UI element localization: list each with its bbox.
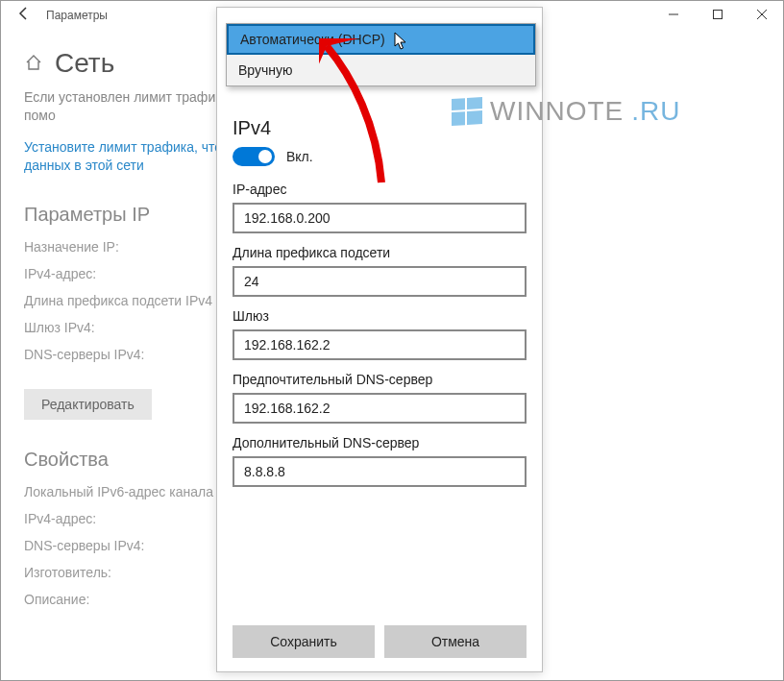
dns1-input[interactable] — [233, 393, 527, 424]
window-title: Параметры — [46, 9, 108, 22]
back-button[interactable] — [10, 6, 38, 25]
watermark: WINNOTE.RU — [452, 96, 680, 127]
maximize-button[interactable] — [696, 0, 740, 29]
gateway-input[interactable] — [233, 329, 527, 360]
watermark-text-1: WINNOTE — [490, 96, 624, 127]
label-gateway: Шлюз — [233, 308, 527, 324]
svg-rect-1 — [714, 11, 723, 19]
label-dns2: Дополнительный DNS-сервер — [233, 435, 527, 450]
ipv4-toggle[interactable] — [233, 147, 275, 166]
label-prefix: Длина префикса подсети — [233, 245, 527, 260]
watermark-text-2: .RU — [631, 96, 680, 127]
home-icon — [24, 53, 43, 75]
dropdown-option-auto[interactable]: Автоматически (DHCP) — [227, 24, 535, 55]
label-dns1: Предпочтительный DNS-сервер — [233, 372, 527, 387]
label-ip: IP-адрес — [233, 182, 527, 197]
ip-mode-dropdown[interactable]: Автоматически (DHCP) Вручную — [226, 23, 536, 86]
dns2-input[interactable] — [233, 456, 527, 487]
edit-button[interactable]: Редактировать — [24, 389, 152, 420]
windows-logo-icon — [452, 97, 482, 126]
dropdown-option-manual[interactable]: Вручную — [227, 55, 535, 85]
page-title: Сеть — [55, 48, 114, 79]
toggle-label: Вкл. — [286, 149, 313, 164]
save-button[interactable]: Сохранить — [233, 625, 375, 658]
ip-input[interactable] — [233, 203, 527, 233]
close-button[interactable] — [740, 0, 784, 29]
window-controls — [651, 0, 784, 29]
prefix-input[interactable] — [233, 266, 527, 297]
cancel-button[interactable]: Отмена — [384, 625, 527, 658]
minimize-button[interactable] — [651, 0, 696, 29]
